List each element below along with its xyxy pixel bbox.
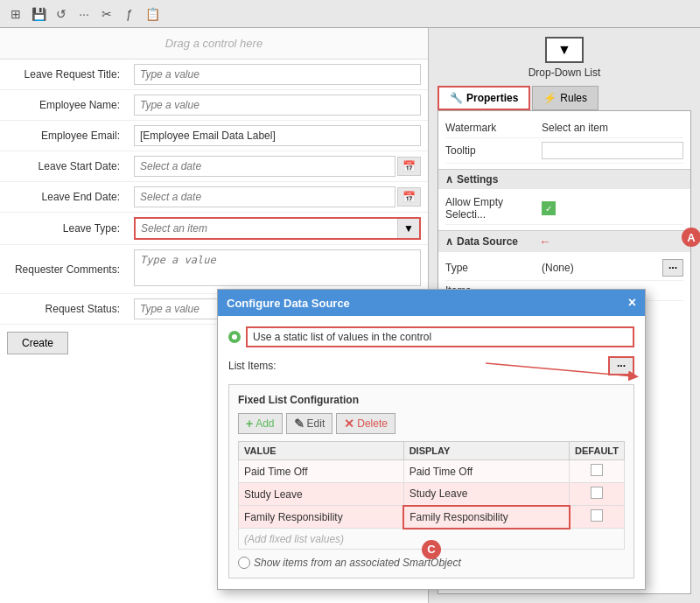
control-icon-area: ▼ Drop-Down List [438,37,691,79]
fixed-list-title: Fixed List Configuration [238,394,625,406]
leave-type-input[interactable] [136,219,397,238]
delete-icon: ✕ [344,417,354,431]
radio-inner [232,334,237,340]
table-row: Leave End Date: 📅 [0,182,428,213]
static-list-radio-option: Use a static list of values in the contr… [228,326,634,347]
datasource-chevron-icon: ∧ [445,235,453,248]
toolbar: ⊞ 💾 ↺ ··· ✂ ƒ 📋 [0,0,700,28]
display-cell: Family Responsibility [403,506,569,529]
add-list-item-btn[interactable]: + Add [238,413,283,434]
default-checkbox[interactable] [591,487,603,499]
dropdown-triangle-icon: ▼ [557,42,571,58]
table-row[interactable]: Paid Time Off Paid Time Off [239,460,625,483]
leave-end-input[interactable] [134,186,396,207]
tooltip-input[interactable] [542,142,683,159]
leave-end-label: Leave End Date: [0,182,127,213]
table-row: Leave Type: ▼ [0,213,428,245]
employee-email-value: [Employee Email Data Label] [134,125,421,146]
show-items-radio[interactable] [238,557,250,569]
edit-list-item-btn[interactable]: ✎ Edit [286,413,333,434]
type-row: Type (None) ··· [445,256,683,281]
table-header-row: VALUE DISPLAY DEFAULT [239,442,625,460]
comments-input[interactable] [134,249,421,286]
allow-empty-checkbox-wrapper: ✓ [542,201,683,215]
tab-properties[interactable]: 🔧 Properties [438,86,530,110]
display-col-header: DISPLAY [403,442,569,460]
modal-header: Configure Data Source × [218,290,645,316]
grid-icon[interactable]: ⊞ [7,5,24,23]
request-status-label: Request Status: [0,294,127,325]
allow-empty-row: Allow Empty Selecti... ✓ [445,193,683,225]
fixed-list-table: VALUE DISPLAY DEFAULT Paid Time Off Paid… [238,441,625,550]
leave-title-input[interactable] [134,64,421,85]
default-cell[interactable] [570,506,625,529]
default-cell[interactable] [570,460,625,483]
value-cell: Paid Time Off [239,460,404,483]
settings-section-header: ∧ Settings [438,169,690,189]
data-source-section-header: ∧ Data Source ← A [438,230,690,252]
edit-icon: ✎ [294,417,304,431]
display-cell: Paid Time Off [403,460,569,483]
list-items-row: List Items: ··· [228,356,634,375]
drag-drop-area[interactable]: Drag a control here [0,28,428,60]
comments-label: Requester Comments: [0,245,127,294]
type-value: (None) [542,262,662,274]
properties-tabs: 🔧 Properties ⚡ Rules [438,86,691,110]
tooltip-label: Tooltip [445,144,542,157]
employee-name-input[interactable] [134,95,421,116]
leave-start-calendar-btn[interactable]: 📅 [397,157,421,176]
configure-data-source-dialog[interactable]: Configure Data Source × Use a static lis… [217,289,646,590]
watermark-row: Watermark Select an item [445,118,683,138]
clipboard-icon[interactable]: 📋 [144,5,161,23]
save-icon[interactable]: 💾 [30,5,47,23]
type-ellipsis-btn[interactable]: ··· [662,259,683,277]
cut-icon[interactable]: ✂ [98,5,116,23]
static-list-radio[interactable] [228,331,241,343]
allow-empty-checkbox[interactable]: ✓ [542,201,556,215]
rules-icon: ⚡ [543,92,556,104]
list-items-ellipsis-btn[interactable]: ··· [608,356,634,375]
form-table: Leave Request Title: Employee Name: Empl… [0,60,428,325]
table-row[interactable]: Study Leave Study Leave [239,483,625,506]
default-cell[interactable] [570,483,625,506]
table-row[interactable]: Family Responsibility Family Responsibil… [239,506,625,529]
list-items-label: List Items: [228,360,276,372]
settings-chevron-icon: ∧ [445,173,453,186]
table-row: Leave Start Date: 📅 [0,151,428,182]
refresh-icon[interactable]: ↺ [52,5,70,23]
leave-start-label: Leave Start Date: [0,151,127,182]
more-icon[interactable]: ··· [75,5,93,23]
fixed-list-config: Fixed List Configuration + Add ✎ Edit ✕ … [228,384,634,578]
leave-type-wrapper: ▼ [134,217,421,240]
value-cell: Study Leave [239,483,404,506]
watermark-label: Watermark [445,122,542,134]
table-row: Employee Name: [0,90,428,121]
delete-list-item-btn[interactable]: ✕ Delete [336,413,396,434]
tab-rules[interactable]: ⚡ Rules [532,86,598,110]
tooltip-row: Tooltip [445,138,683,164]
leave-type-dropdown-arrow[interactable]: ▼ [397,219,419,238]
annotation-a: A [682,228,700,247]
add-icon: + [246,417,253,431]
control-type-label: Drop-Down List [528,67,601,79]
table-row: Requester Comments: [0,245,428,294]
drag-hint: Drag a control here [165,37,262,50]
properties-icon: 🔧 [450,92,463,104]
table-row: Employee Email: [Employee Email Data Lab… [0,121,428,151]
leave-end-wrapper: 📅 [134,186,421,207]
employee-name-label: Employee Name: [0,90,127,121]
code-icon[interactable]: ƒ [121,5,138,23]
modal-close-button[interactable]: × [628,295,636,311]
leave-end-calendar-btn[interactable]: 📅 [397,187,421,207]
display-cell: Study Leave [403,483,569,506]
default-checkbox[interactable] [591,464,603,476]
default-checkbox[interactable] [591,509,603,522]
leave-start-input[interactable] [134,156,396,177]
dropdown-list-icon: ▼ [545,37,584,63]
create-button[interactable]: Create [7,332,68,354]
type-label: Type [445,262,542,274]
leave-type-label: Leave Type: [0,213,127,245]
tooltip-input-wrapper [542,142,683,159]
watermark-value: Select an item [542,122,683,134]
annotation-c: C [422,540,441,559]
